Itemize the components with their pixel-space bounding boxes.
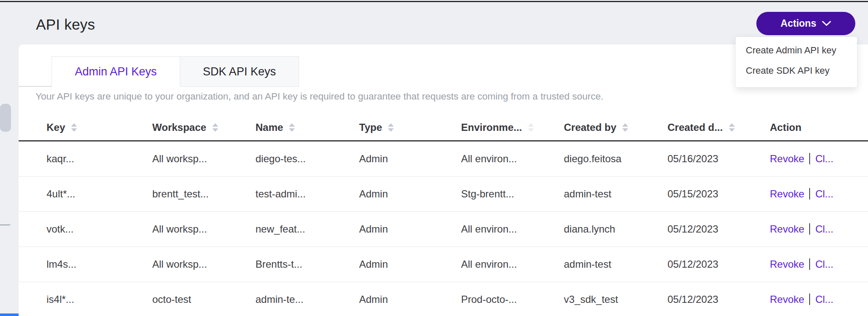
cell-key: is4l*... [47,294,152,305]
cell-actions: RevokeCl... [770,188,868,200]
tabs: Admin API KeysSDK API Keys [52,56,299,87]
cell-type: Admin [359,258,461,270]
cell-workspace: octo-test [152,294,255,305]
top-border-line [0,1,868,2]
sort-icon [528,123,534,132]
action-link-revoke[interactable]: Revoke [770,294,804,305]
action-link-revoke[interactable]: Revoke [770,153,804,164]
column-label: Type [359,122,382,133]
cell-name: admin-te... [255,294,359,305]
column-label: Action [770,122,802,133]
cell-name: test-admi... [255,188,359,200]
sort-icon [71,123,77,132]
action-separator [809,188,810,200]
cell-created-by: admin-test [564,188,667,200]
column-label: Environme... [461,122,522,133]
cell-name: Brentts-t... [255,258,359,270]
cell-actions: RevokeCl... [770,153,868,165]
cell-name: new_feat... [255,223,359,235]
column-header-type[interactable]: Type [359,122,461,133]
cell-created-by: diana.lynch [564,223,667,235]
action-link-cl[interactable]: Cl... [815,223,833,235]
cell-type: Admin [359,153,461,165]
actions-button-label: Actions [780,18,816,29]
action-separator [809,153,810,164]
cell-environment: Prod-octo-... [461,294,564,305]
sort-icon [212,123,218,132]
tab-sdk-api-keys[interactable]: SDK API Keys [180,56,299,87]
cell-environment: All environ... [461,258,564,270]
sort-icon [289,123,295,132]
action-link-revoke[interactable]: Revoke [770,188,804,200]
tab-row-underline [19,86,52,87]
table-row: kaqr...All worksp...diego-tes...AdminAll… [19,141,868,177]
cell-type: Admin [359,294,461,305]
cell-environment: Stg-brentt... [461,188,564,200]
cell-created-by: diego.feitosa [564,153,667,165]
action-separator [809,258,810,270]
cell-type: Admin [359,188,461,200]
actions-button[interactable]: Actions [756,12,855,35]
column-header-created-d[interactable]: Created d... [667,122,770,133]
action-link-cl[interactable]: Cl... [815,188,833,200]
sort-icon [388,123,394,132]
column-header-name[interactable]: Name [255,122,359,133]
cell-key: votk... [47,223,152,235]
column-label: Workspace [152,122,206,133]
cell-type: Admin [359,223,461,235]
api-keys-table: KeyWorkspaceNameTypeEnvironme...Created … [19,114,868,316]
action-separator [809,294,810,305]
table-row: lm4s...All worksp...Brentts-t...AdminAll… [19,247,868,282]
table-body: kaqr...All worksp...diego-tes...AdminAll… [19,141,868,316]
left-rail-divider [0,225,10,225]
bottom-left-blue-indicator [0,313,19,316]
chevron-down-icon [822,21,831,26]
column-header-action: Action [770,122,868,133]
column-label: Created d... [667,122,723,133]
cell-workspace: brentt_test... [152,188,255,200]
menu-item-create-sdk-api-key[interactable]: Create SDK API key [736,61,857,81]
action-link-cl[interactable]: Cl... [815,294,833,305]
action-separator [809,223,810,235]
cell-created-by: v3_sdk_test [564,294,667,305]
table-header-row: KeyWorkspaceNameTypeEnvironme...Created … [19,114,868,141]
cell-created-by: admin-test [564,258,667,270]
cell-created-date: 05/15/2023 [667,188,770,200]
column-header-created-by[interactable]: Created by [564,122,667,133]
page-title: API keys [36,16,95,33]
sort-icon [729,123,735,132]
action-link-cl[interactable]: Cl... [815,153,833,164]
column-label: Name [255,122,283,133]
action-link-cl[interactable]: Cl... [815,258,833,270]
table-row: is4l*...octo-testadmin-te...AdminProd-oc… [19,282,868,316]
table-row: votk...All worksp...new_feat...AdminAll … [19,212,868,247]
column-header-environme[interactable]: Environme... [461,122,564,133]
actions-dropdown-menu: Create Admin API keyCreate SDK API key [736,37,857,87]
cell-workspace: All worksp... [152,258,255,270]
cell-environment: All environ... [461,223,564,235]
menu-item-create-admin-api-key[interactable]: Create Admin API key [736,40,857,61]
tab-admin-api-keys[interactable]: Admin API Keys [52,56,180,87]
action-link-revoke[interactable]: Revoke [770,223,804,235]
cell-key: 4ult*... [47,188,152,200]
cell-environment: All environ... [461,153,564,165]
api-keys-description: Your API keys are unique to your organiz… [36,91,603,102]
scrollbar-thumb[interactable] [0,104,11,132]
cell-created-date: 05/12/2023 [667,223,770,235]
column-header-workspace[interactable]: Workspace [152,122,255,133]
table-row: 4ult*...brentt_test...test-admi...AdminS… [19,177,868,212]
cell-name: diego-tes... [255,153,359,165]
cell-actions: RevokeCl... [770,294,868,305]
sort-icon [622,123,628,132]
cell-actions: RevokeCl... [770,223,868,235]
cell-workspace: All worksp... [152,153,255,165]
column-header-key[interactable]: Key [47,122,152,133]
cell-key: kaqr... [47,153,152,165]
column-label: Created by [564,122,616,133]
cell-created-date: 05/16/2023 [667,153,770,165]
column-label: Key [47,122,65,133]
cell-actions: RevokeCl... [770,258,868,270]
cell-created-date: 05/12/2023 [667,294,770,305]
action-link-revoke[interactable]: Revoke [770,258,804,270]
cell-workspace: All worksp... [152,223,255,235]
